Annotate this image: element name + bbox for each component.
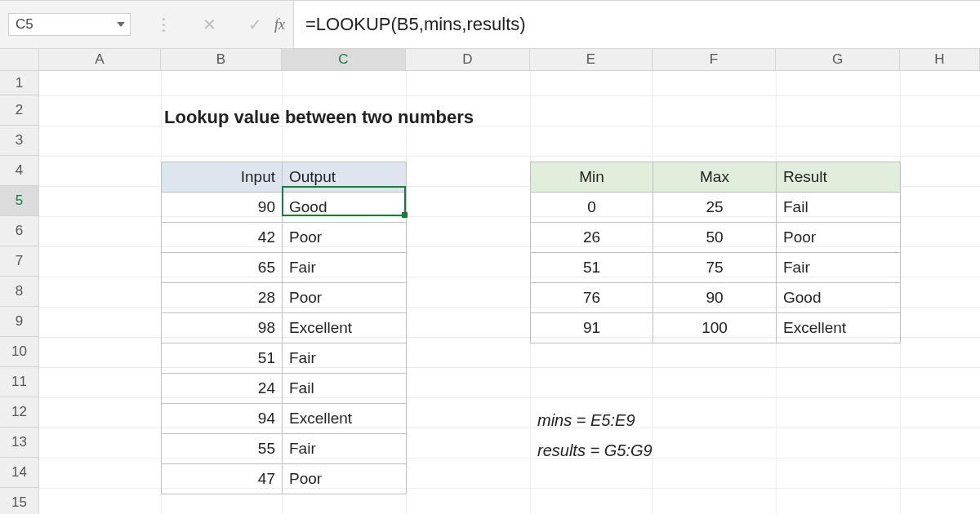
row-header-11[interactable]: 11 [0, 367, 38, 397]
io-output-cell[interactable]: Fair [283, 434, 407, 464]
table-row[interactable]: 98Excellent [162, 313, 407, 343]
lookup-header-max: Max [653, 162, 777, 193]
sheet-area[interactable]: Lookup value between two numbers Input O… [39, 71, 980, 514]
lookup-header-result: Result [777, 162, 901, 193]
name-box-wrap: C5 [0, 1, 140, 48]
row-header-13[interactable]: 13 [0, 428, 38, 458]
lookup-min-cell[interactable]: 91 [531, 313, 653, 343]
column-header-G[interactable]: G [776, 49, 900, 70]
lookup-min-cell[interactable]: 51 [531, 253, 653, 283]
table-row[interactable]: 94Excellent [162, 404, 407, 434]
row-header-8[interactable]: 8 [0, 277, 38, 307]
row-header-5[interactable]: 5 [0, 186, 38, 216]
row-header-6[interactable]: 6 [0, 216, 38, 246]
lookup-max-cell[interactable]: 75 [653, 253, 777, 283]
io-output-cell[interactable]: Excellent [283, 404, 407, 434]
table-row[interactable]: 7690Good [531, 283, 901, 313]
fx-label[interactable]: fx [273, 1, 293, 48]
table-row[interactable]: 42Poor [162, 223, 407, 253]
column-header-C[interactable]: C [282, 49, 406, 70]
io-output-cell[interactable]: Good [283, 193, 407, 223]
column-header-D[interactable]: D [406, 49, 530, 70]
row-header-9[interactable]: 9 [0, 307, 38, 337]
lookup-result-cell[interactable]: Excellent [777, 313, 901, 343]
formula-input[interactable]: =LOOKUP(B5,mins,results) [293, 1, 980, 48]
note-results: results = G5:G9 [537, 441, 653, 460]
io-header-output: Output [283, 162, 407, 193]
lookup-max-cell[interactable]: 90 [653, 283, 777, 313]
io-input-cell[interactable]: 98 [162, 313, 283, 343]
io-output-cell[interactable]: Excellent [283, 313, 407, 343]
row-header-4[interactable]: 4 [0, 156, 38, 186]
io-input-cell[interactable]: 65 [162, 253, 283, 283]
lookup-table: Min Max Result 025Fail2650Poor5175Fair76… [530, 162, 901, 343]
lookup-result-cell[interactable]: Fair [777, 253, 901, 283]
table-row[interactable]: 55Fair [162, 434, 407, 464]
table-row[interactable]: 47Poor [162, 464, 407, 494]
row-header-3[interactable]: 3 [0, 126, 38, 156]
check-icon[interactable]: ✓ [243, 13, 266, 36]
table-row[interactable]: 24Fail [162, 374, 407, 404]
lookup-max-cell[interactable]: 100 [653, 313, 777, 343]
lookup-result-cell[interactable]: Good [777, 283, 901, 313]
lookup-result-cell[interactable]: Poor [777, 223, 901, 253]
spreadsheet-grid[interactable]: ABCDEFGH 123456789101112131415 Lookup va… [0, 49, 980, 514]
io-output-cell[interactable]: Poor [283, 464, 407, 494]
io-output-cell[interactable]: Poor [283, 283, 407, 313]
table-row[interactable]: 2650Poor [531, 223, 901, 253]
row-header-14[interactable]: 14 [0, 458, 38, 488]
table-row[interactable]: 51Fair [162, 343, 407, 374]
table-row[interactable]: 28Poor [162, 283, 407, 313]
io-output-cell[interactable]: Fair [283, 343, 407, 374]
formula-text: =LOOKUP(B5,mins,results) [305, 14, 526, 35]
column-header-A[interactable]: A [39, 49, 161, 70]
lookup-max-cell[interactable]: 50 [653, 223, 777, 253]
lookup-header-min: Min [531, 162, 653, 193]
row-header-15[interactable]: 15 [0, 488, 38, 514]
column-header-H[interactable]: H [900, 49, 980, 70]
io-output-cell[interactable]: Fair [283, 253, 407, 283]
io-header-input: Input [162, 162, 283, 193]
name-box[interactable]: C5 [8, 13, 131, 36]
row-header-12[interactable]: 12 [0, 397, 38, 428]
table-row[interactable]: 90Good [162, 193, 407, 223]
row-header-10[interactable]: 10 [0, 337, 38, 367]
formula-bar: C5 ✕ ✓ fx =LOOKUP(B5,mins,results) [0, 0, 980, 49]
table-row[interactable]: 91100Excellent [531, 313, 901, 343]
formula-controls: ✕ ✓ [140, 1, 273, 48]
column-headers: ABCDEFGH [0, 49, 980, 71]
lookup-result-cell[interactable]: Fail [777, 193, 901, 223]
lookup-min-cell[interactable]: 26 [531, 223, 653, 253]
table-row[interactable]: 025Fail [531, 193, 901, 223]
io-table: Input Output 90Good42Poor65Fair28Poor98E… [161, 162, 407, 494]
io-input-cell[interactable]: 51 [162, 343, 283, 374]
io-input-cell[interactable]: 42 [162, 223, 283, 253]
select-all-corner[interactable] [0, 49, 39, 70]
row-header-7[interactable]: 7 [0, 246, 38, 277]
io-input-cell[interactable]: 24 [162, 374, 283, 404]
row-header-2[interactable]: 2 [0, 95, 38, 126]
name-box-value: C5 [16, 16, 33, 33]
more-icon[interactable] [152, 13, 175, 36]
chevron-down-icon[interactable] [117, 22, 125, 27]
lookup-max-cell[interactable]: 25 [653, 193, 777, 223]
table-row[interactable]: 5175Fair [531, 253, 901, 283]
row-header-1[interactable]: 1 [0, 71, 38, 95]
column-header-B[interactable]: B [161, 49, 282, 70]
io-input-cell[interactable]: 55 [162, 434, 283, 464]
table-row[interactable]: 65Fair [162, 253, 407, 283]
column-header-F[interactable]: F [653, 49, 776, 70]
row-headers: 123456789101112131415 [0, 71, 39, 514]
io-input-cell[interactable]: 28 [162, 283, 283, 313]
io-output-cell[interactable]: Fail [283, 374, 407, 404]
page-title: Lookup value between two numbers [164, 107, 474, 128]
cancel-icon[interactable]: ✕ [198, 13, 220, 36]
io-input-cell[interactable]: 47 [162, 464, 283, 494]
lookup-min-cell[interactable]: 0 [531, 193, 653, 223]
io-input-cell[interactable]: 90 [162, 193, 283, 223]
column-header-E[interactable]: E [530, 49, 653, 70]
io-output-cell[interactable]: Poor [283, 223, 407, 253]
io-input-cell[interactable]: 94 [162, 404, 283, 434]
note-mins: mins = E5:E9 [537, 411, 635, 430]
lookup-min-cell[interactable]: 76 [531, 283, 653, 313]
